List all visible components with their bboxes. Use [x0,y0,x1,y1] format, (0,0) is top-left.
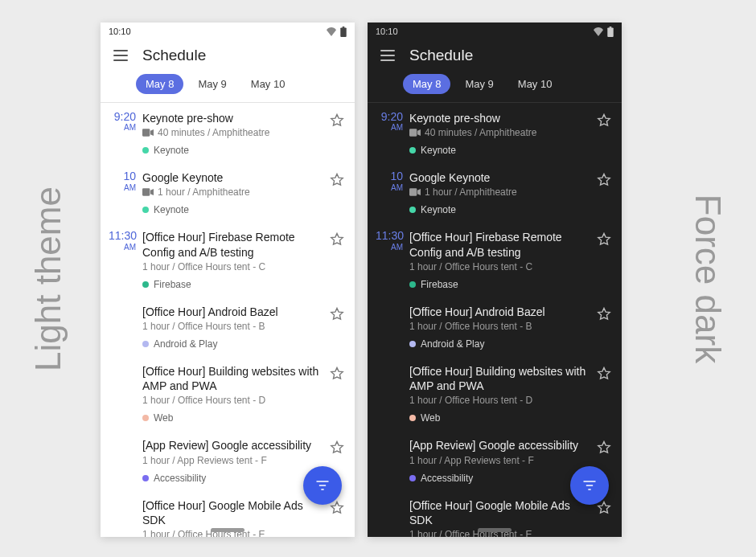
chip-may-10[interactable]: May 10 [508,74,562,94]
menu-icon[interactable] [380,50,395,61]
event-time-col [109,305,142,350]
event-time-col [109,498,142,538]
event-ampm: AM [376,123,403,132]
star-icon[interactable] [329,172,345,188]
event-title: [Office Hour] Firebase Remote Config and… [142,230,326,259]
event-row[interactable]: 11:30AM[Office Hour] Firebase Remote Con… [368,222,622,296]
event-tag: Accessibility [142,473,326,484]
tag-dot [142,207,149,213]
event-row[interactable]: 11:30AM[Office Hour] Firebase Remote Con… [101,222,355,296]
wifi-icon [326,27,337,36]
page-title: Schedule [142,47,206,64]
event-row[interactable]: 10AMGoogle Keynote1 hour / AmphitheatreK… [368,162,622,222]
event-title: [App Review] Google accessibility [142,438,326,453]
event-tag: Web [409,412,593,424]
tag-label: Firebase [154,279,191,290]
star-icon[interactable] [596,440,612,456]
event-sub: 40 minutes / Amphitheatre [409,127,593,138]
event-title: [Office Hour] Google Mobile Ads SDK [409,498,593,527]
tag-dot [409,281,416,288]
chip-may-10[interactable]: May 10 [241,74,295,94]
tag-dot [142,341,149,347]
event-row[interactable]: [Office Hour] Building websites with AMP… [368,356,622,430]
event-time-col [109,364,142,424]
tag-dot [409,147,416,154]
event-row[interactable]: [Office Hour] Building websites with AMP… [101,356,355,430]
filter-fab[interactable] [303,466,342,505]
event-title: Google Keynote [142,170,326,185]
event-time-col: 9:20AM [109,111,142,156]
event-content: [Office Hour] Android Bazel1 hour / Offi… [409,305,614,350]
event-time-col [376,364,409,424]
event-sub-text: 1 hour / Office Hours tent - D [409,395,532,406]
nav-pill[interactable] [478,528,512,532]
wifi-icon [593,27,604,36]
star-icon[interactable] [596,306,612,322]
event-row[interactable]: 10AMGoogle Keynote1 hour / AmphitheatreK… [101,162,355,222]
tag-dot [409,415,416,421]
video-icon [142,129,154,137]
app-header: Schedule [368,39,622,69]
event-title: Google Keynote [409,170,593,185]
event-sub: 1 hour / Amphitheatre [142,186,326,198]
star-icon[interactable] [596,172,612,188]
tag-label: Android & Play [421,338,484,350]
menu-icon[interactable] [113,50,128,61]
event-time: 9:20 [376,111,403,123]
event-row[interactable]: 9:20AMKeynote pre-show40 minutes / Amphi… [368,103,622,162]
tag-label: Web [154,412,173,424]
event-sub: 1 hour / Office Hours tent - B [142,321,326,332]
page-title: Schedule [409,47,473,64]
event-content: Google Keynote1 hour / AmphitheatreKeyno… [409,170,614,215]
event-row[interactable]: [Office Hour] Android Bazel1 hour / Offi… [101,297,355,356]
event-content: [Office Hour] Firebase Remote Config and… [142,230,347,289]
chip-may-9[interactable]: May 9 [455,74,503,94]
star-icon[interactable] [329,440,345,456]
event-sub: 1 hour / Office Hours tent - D [142,395,326,406]
event-tag: Keynote [409,204,593,215]
event-content: Keynote pre-show40 minutes / Amphitheatr… [409,111,614,156]
star-icon[interactable] [596,113,612,129]
event-title: [Office Hour] Android Bazel [409,305,593,319]
svg-rect-5 [610,27,612,28]
svg-rect-1 [343,27,345,28]
phones-container: 10:10 Schedule May 8 May 9 May 10 9:20AM… [101,23,622,537]
star-icon[interactable] [596,366,612,382]
event-sub: 1 hour / Office Hours tent - B [409,321,593,332]
event-sub-text: 1 hour / App Reviews tent - F [142,455,267,466]
event-time-col: 11:30AM [109,230,142,289]
video-icon [142,188,154,196]
star-icon[interactable] [329,113,345,129]
chip-may-9[interactable]: May 9 [188,74,236,94]
chip-may-8[interactable]: May 8 [136,74,183,94]
event-tag: Keynote [142,204,326,215]
event-tag: Accessibility [409,473,593,484]
event-sub: 1 hour / Office Hours tent - D [409,395,593,406]
event-title: Keynote pre-show [409,111,593,125]
event-row[interactable]: [Office Hour] Android Bazel1 hour / Offi… [368,297,622,356]
event-time-col [376,498,409,538]
event-content: [Office Hour] Building websites with AMP… [142,364,347,424]
filter-fab[interactable] [570,466,609,505]
status-time: 10:10 [109,27,131,36]
star-icon[interactable] [329,231,345,248]
star-icon[interactable] [329,366,345,382]
event-time-col [376,305,409,350]
event-content: [Office Hour] Building websites with AMP… [409,364,614,424]
status-icons [326,27,347,37]
chip-may-8[interactable]: May 8 [403,74,450,94]
event-sub-text: 1 hour / Office Hours tent - B [409,321,532,332]
nav-pill[interactable] [211,528,244,532]
event-row[interactable]: 9:20AMKeynote pre-show40 minutes / Amphi… [101,103,355,162]
event-sub: 1 hour / Amphitheatre [409,186,593,198]
event-sub: 1 hour / App Reviews tent - F [142,455,326,466]
event-time: 10 [376,170,403,182]
event-time-col: 10AM [109,170,142,215]
star-icon[interactable] [596,231,612,248]
tag-dot [142,281,149,288]
event-title: [App Review] Google accessibility [409,438,593,453]
star-icon[interactable] [329,306,345,322]
event-sub-text: 40 minutes / Amphitheatre [158,127,269,138]
event-tag: Firebase [142,279,326,290]
event-content: Google Keynote1 hour / AmphitheatreKeyno… [142,170,347,215]
